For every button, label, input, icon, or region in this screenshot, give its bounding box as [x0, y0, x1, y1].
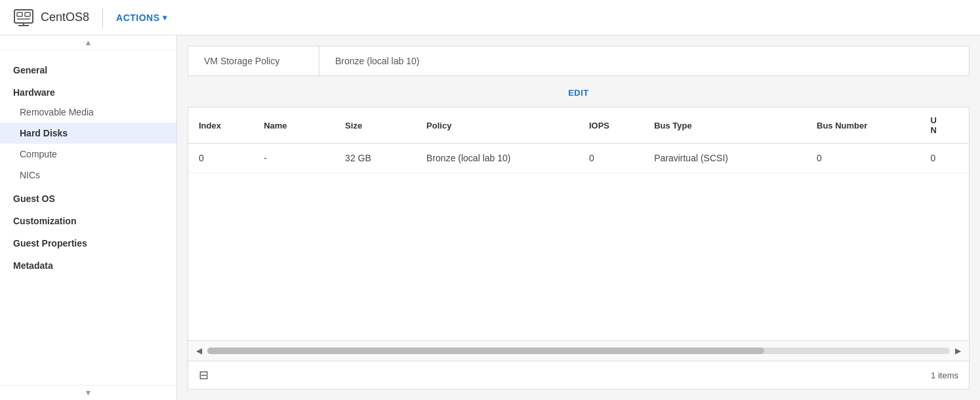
- app-title: CentOS8: [41, 10, 89, 24]
- disks-table: Index Name Size Policy IOPS Bus Type Bus…: [188, 108, 969, 173]
- app-logo: CentOS8: [13, 7, 89, 28]
- sidebar-item-removable-media[interactable]: Removable Media: [0, 102, 176, 123]
- sidebar-item-hardware[interactable]: Hardware: [0, 79, 176, 102]
- table-scroll: Index Name Size Policy IOPS Bus Type Bus…: [188, 108, 969, 340]
- sidebar-item-general[interactable]: General: [0, 57, 176, 79]
- sidebar-nav: General Hardware Removable Media Hard Di…: [0, 50, 176, 281]
- col-header-unit-number: UN: [920, 108, 969, 144]
- chevron-down-icon: ▾: [163, 13, 167, 22]
- table-body: 0 - 32 GB Bronze (local lab 10) 0 Paravi…: [188, 144, 969, 173]
- col-header-bus-number: Bus Number: [806, 108, 920, 144]
- main-layout: ▲ General Hardware Removable Media Hard …: [0, 35, 980, 400]
- col-header-iops: IOPS: [579, 108, 643, 144]
- sidebar-scroll: General Hardware Removable Media Hard Di…: [0, 50, 176, 385]
- hard-disks-table: Index Name Size Policy IOPS Bus Type Bus…: [188, 107, 970, 390]
- scroll-left-icon[interactable]: ◀: [194, 345, 205, 357]
- storage-policy-row: VM Storage Policy Bronze (local lab 10): [188, 46, 970, 76]
- table-header: Index Name Size Policy IOPS Bus Type Bus…: [188, 108, 969, 144]
- cell-iops: 0: [579, 144, 643, 173]
- cell-bus-number: 0: [806, 144, 920, 173]
- cell-index: 0: [188, 144, 253, 173]
- scroll-thumb: [207, 348, 764, 354]
- col-header-bus-type: Bus Type: [643, 108, 806, 144]
- svg-rect-2: [25, 12, 30, 16]
- table-row[interactable]: 0 - 32 GB Bronze (local lab 10) 0 Paravi…: [188, 144, 969, 173]
- columns-icon: ⊟: [199, 368, 209, 382]
- sidebar-item-nics[interactable]: NICs: [0, 165, 176, 186]
- svg-rect-1: [17, 12, 22, 16]
- sidebar-item-guest-properties[interactable]: Guest Properties: [0, 230, 176, 252]
- actions-button[interactable]: ACTIONS ▾: [116, 12, 167, 23]
- content-area: VM Storage Policy Bronze (local lab 10) …: [177, 35, 980, 400]
- items-count: 1 items: [931, 370, 958, 380]
- vm-icon: [13, 7, 34, 28]
- horizontal-scrollbar[interactable]: ◀ ▶: [188, 340, 969, 361]
- sidebar: ▲ General Hardware Removable Media Hard …: [0, 35, 177, 400]
- cell-bus-type: Paravirtual (SCSI): [643, 144, 806, 173]
- sidebar-item-compute[interactable]: Compute: [0, 144, 176, 165]
- col-header-name: Name: [253, 108, 335, 144]
- cell-unit-number: 0: [920, 144, 969, 173]
- sidebar-item-guest-os[interactable]: Guest OS: [0, 186, 176, 208]
- actions-label: ACTIONS: [116, 12, 160, 23]
- header-divider: [102, 8, 103, 28]
- table-footer: ⊟ 1 items: [188, 361, 969, 389]
- scroll-up-indicator[interactable]: ▲: [0, 35, 176, 50]
- cell-name: -: [253, 144, 335, 173]
- col-header-index: Index: [188, 108, 253, 144]
- footer-columns-button[interactable]: ⊟: [199, 368, 209, 382]
- scroll-track[interactable]: [207, 348, 950, 354]
- storage-policy-value: Bronze (local lab 10): [319, 47, 969, 75]
- cell-policy: Bronze (local lab 10): [416, 144, 579, 173]
- edit-button[interactable]: EDIT: [188, 84, 970, 102]
- col-header-policy: Policy: [416, 108, 579, 144]
- col-header-size: Size: [335, 108, 416, 144]
- sidebar-item-metadata[interactable]: Metadata: [0, 252, 176, 275]
- scroll-right-icon[interactable]: ▶: [952, 345, 964, 357]
- sidebar-item-customization[interactable]: Customization: [0, 208, 176, 230]
- storage-policy-label: VM Storage Policy: [188, 47, 319, 75]
- cell-size: 32 GB: [335, 144, 416, 173]
- sidebar-item-hard-disks[interactable]: Hard Disks: [0, 123, 176, 144]
- header: CentOS8 ACTIONS ▾: [0, 0, 980, 35]
- scroll-down-indicator[interactable]: ▼: [0, 385, 176, 400]
